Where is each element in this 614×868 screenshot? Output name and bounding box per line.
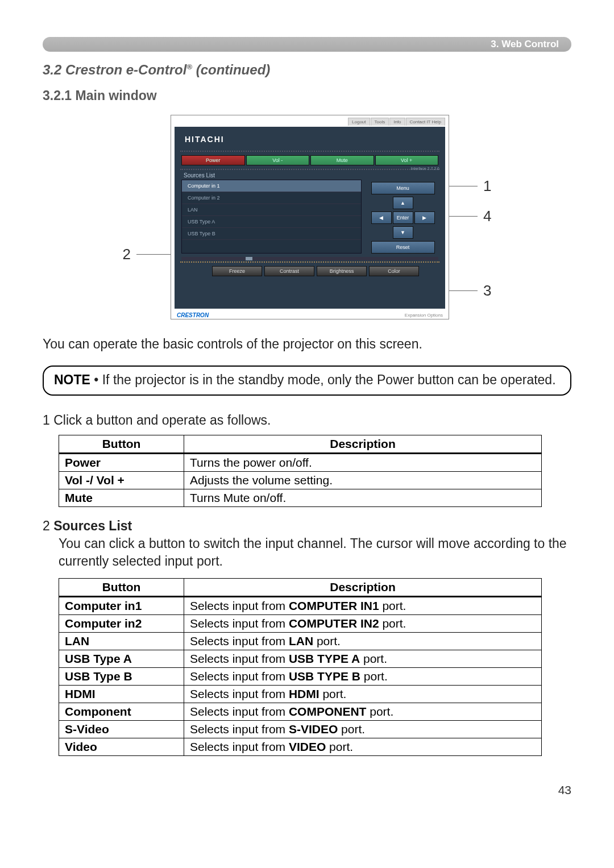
- note-label: NOTE: [54, 372, 90, 387]
- cell-button: HDMI: [59, 686, 184, 703]
- cell-button: Power: [59, 454, 184, 472]
- mute-button[interactable]: Mute: [310, 155, 374, 165]
- table-row: HDMISelects input from HDMI port.: [59, 686, 542, 703]
- button-table-1: Button Description PowerTurns the power …: [59, 435, 542, 507]
- cell-description: Selects input from S-VIDEO port.: [184, 721, 542, 738]
- nav-left-icon[interactable]: ◀: [371, 211, 392, 224]
- step-1-text: 1 Click a button and operate as follows.: [43, 413, 571, 428]
- tab-logout[interactable]: Logout: [348, 118, 370, 126]
- intro-text: You can operate the basic controls of th…: [43, 335, 571, 353]
- callout-4: 4: [483, 207, 491, 225]
- t2-header-description: Description: [184, 579, 542, 597]
- ui-bottom-controls: Freeze Contrast Brightness Color: [178, 264, 442, 277]
- table-row: Computer in2Selects input from COMPUTER …: [59, 615, 542, 633]
- freeze-button[interactable]: Freeze: [212, 266, 262, 276]
- registered-symbol: ®: [186, 63, 192, 71]
- reset-button[interactable]: Reset: [371, 241, 435, 254]
- navigation-pad: Menu ▲ ◀ Enter ▶ ▼ Reset: [367, 180, 438, 254]
- callout-2: 2: [123, 246, 131, 263]
- tab-info[interactable]: Info: [389, 118, 405, 126]
- contrast-button[interactable]: Contrast: [264, 266, 314, 276]
- table-row: USB Type ASelects input from USB TYPE A …: [59, 650, 542, 668]
- hitachi-logo: HITACHI: [178, 130, 442, 149]
- table-row: LANSelects input from LAN port.: [59, 633, 542, 650]
- sources-list-desc: You can click a button to switch the inp…: [59, 535, 571, 570]
- table-row: S-VideoSelects input from S-VIDEO port.: [59, 721, 542, 738]
- cell-button: Video: [59, 738, 184, 756]
- t2-header-button: Button: [59, 579, 184, 597]
- nav-right-icon[interactable]: ▶: [414, 211, 435, 224]
- table-row: Computer in1Selects input from COMPUTER …: [59, 597, 542, 615]
- cell-description: Selects input from COMPUTER IN1 port.: [184, 597, 542, 615]
- cell-button: USB Type B: [59, 668, 184, 686]
- source-usb-type-a[interactable]: USB Type A: [182, 216, 361, 228]
- crestron-logo: CRESTRON: [177, 312, 209, 318]
- sources-scrollbar[interactable]: [181, 257, 438, 260]
- menu-button[interactable]: Menu: [371, 182, 435, 194]
- cell-button: S-Video: [59, 721, 184, 738]
- cell-button: Computer in2: [59, 615, 184, 633]
- cell-description: Selects input from COMPONENT port.: [184, 703, 542, 721]
- enter-button[interactable]: Enter: [393, 211, 413, 224]
- tab-contact[interactable]: Contact IT Help: [406, 118, 445, 126]
- subsection-title: 3.2.1 Main window: [43, 88, 571, 103]
- expansion-options[interactable]: Expansion Options: [405, 313, 443, 318]
- table-row: USB Type BSelects input from USB TYPE B …: [59, 668, 542, 686]
- callout-3: 3: [483, 282, 491, 300]
- source-computer-in-1[interactable]: Computer in 1: [182, 180, 361, 192]
- table-row: VideoSelects input from VIDEO port.: [59, 738, 542, 756]
- note-box: NOTE • If the projector is in the standb…: [43, 366, 571, 396]
- cell-description: Turns Mute on/off.: [184, 489, 542, 507]
- cell-button: Vol -/ Vol +: [59, 472, 184, 489]
- ui-top-controls: Power Vol - Mute Vol +: [178, 153, 442, 168]
- table-row: ComponentSelects input from COMPONENT po…: [59, 703, 542, 721]
- cell-button: LAN: [59, 633, 184, 650]
- cell-description: Selects input from USB TYPE A port.: [184, 650, 542, 668]
- tab-tools[interactable]: Tools: [371, 118, 389, 126]
- color-button[interactable]: Color: [369, 266, 419, 276]
- table-row: MuteTurns Mute on/off.: [59, 489, 542, 507]
- vol-up-button[interactable]: Vol +: [375, 155, 439, 165]
- t1-header-description: Description: [184, 435, 542, 454]
- button-table-2: Button Description Computer in1Selects i…: [59, 578, 542, 756]
- interface-version: Interface 2.7.2.6: [410, 167, 439, 171]
- callout-1: 1: [483, 177, 491, 195]
- cell-description: Selects input from USB TYPE B port.: [184, 668, 542, 686]
- note-text: • If the projector is in the standby mod…: [90, 372, 556, 387]
- ui-tab-bar: Logout Tools Info Contact IT Help: [171, 115, 449, 126]
- cell-button: USB Type A: [59, 650, 184, 668]
- cell-description: Selects input from COMPUTER IN2 port.: [184, 615, 542, 633]
- cell-description: Adjusts the volume setting.: [184, 472, 542, 489]
- cell-description: Selects input from VIDEO port.: [184, 738, 542, 756]
- table-row: Vol -/ Vol +Adjusts the volume setting.: [59, 472, 542, 489]
- brightness-button[interactable]: Brightness: [317, 266, 367, 276]
- sources-list: Computer in 1 Computer in 2 LAN USB Type…: [181, 180, 362, 254]
- sources-list-label: Sources List: [178, 171, 442, 180]
- source-lan[interactable]: LAN: [182, 204, 361, 216]
- cell-description: Turns the power on/off.: [184, 454, 542, 472]
- main-window-figure: 2 Logout Tools Info Contact IT Help HITA…: [43, 115, 571, 319]
- cell-button: Computer in1: [59, 597, 184, 615]
- chapter-header-bar: 3. Web Control: [43, 37, 571, 52]
- cell-button: Mute: [59, 489, 184, 507]
- crestron-ui-screenshot: Logout Tools Info Contact IT Help HITACH…: [171, 115, 449, 319]
- power-button[interactable]: Power: [181, 155, 245, 165]
- nav-up-icon[interactable]: ▲: [393, 197, 413, 209]
- source-usb-type-b[interactable]: USB Type B: [182, 228, 361, 240]
- section-title: 3.2 Crestron e-Control® (continued): [43, 62, 571, 78]
- page-number: 43: [43, 783, 571, 797]
- cell-description: Selects input from HDMI port.: [184, 686, 542, 703]
- table-row: PowerTurns the power on/off.: [59, 454, 542, 472]
- vol-down-button[interactable]: Vol -: [246, 155, 310, 165]
- t1-header-button: Button: [59, 435, 184, 454]
- cell-button: Component: [59, 703, 184, 721]
- nav-down-icon[interactable]: ▼: [393, 226, 413, 239]
- sources-list-heading: 2 Sources List: [43, 518, 571, 534]
- source-computer-in-2[interactable]: Computer in 2: [182, 192, 361, 204]
- chapter-label: 3. Web Control: [491, 39, 559, 50]
- cell-description: Selects input from LAN port.: [184, 633, 542, 650]
